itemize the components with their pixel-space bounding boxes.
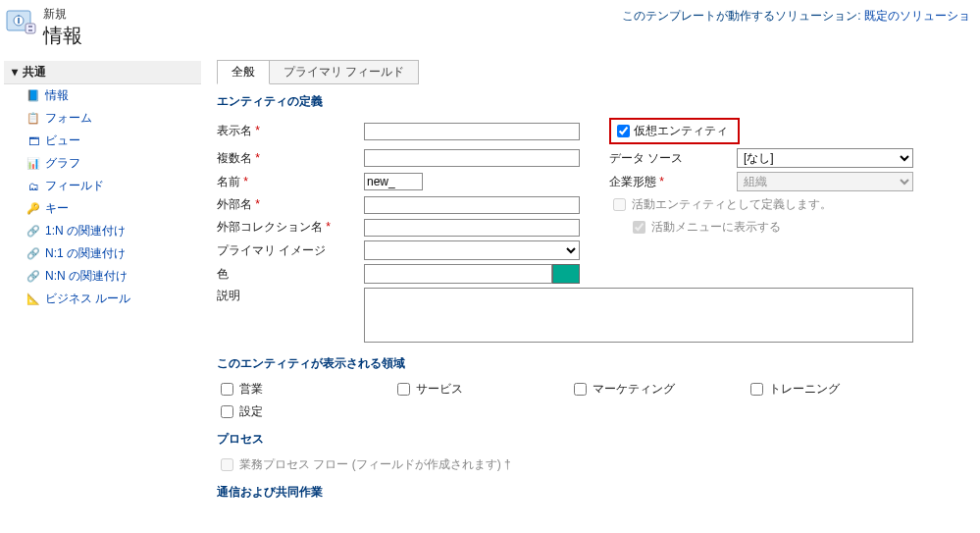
nav-keys[interactable]: 🔑キー xyxy=(4,197,201,220)
rule-icon: 📐 xyxy=(26,292,41,307)
input-display-name[interactable] xyxy=(364,123,580,140)
nav-views[interactable]: 🗔ビュー xyxy=(4,130,201,152)
input-name[interactable] xyxy=(364,173,423,190)
header-kicker: 新規 xyxy=(43,6,82,23)
label-external-collection: 外部コレクション名 xyxy=(217,219,364,236)
select-ownership: 組織 xyxy=(737,172,913,191)
checkbox-show-in-activity-menu xyxy=(633,221,645,234)
svg-rect-2 xyxy=(18,18,20,24)
relation-n1-icon: 🔗 xyxy=(26,246,41,262)
label-color: 色 xyxy=(217,266,364,283)
entity-info-icon xyxy=(6,6,37,37)
collapse-icon: ▾ xyxy=(10,65,20,79)
section-process: プロセス xyxy=(217,431,980,448)
area-training[interactable]: トレーニング xyxy=(747,380,923,399)
label-display-name: 表示名 xyxy=(217,123,364,139)
main-pane: 全般 プライマリ フィールド エンティティの定義 表示名 仮想エンティティ 複数… xyxy=(201,57,980,533)
page-header: 新規 情報 このテンプレートが動作するソリューション: 既定のソリューショ xyxy=(0,0,980,57)
solution-context: このテンプレートが動作するソリューション: 既定のソリューショ xyxy=(622,6,970,25)
nav-group-common[interactable]: ▾ 共通 xyxy=(4,61,201,84)
color-swatch[interactable] xyxy=(552,264,580,284)
info-icon: 📘 xyxy=(26,88,41,104)
label-ownership: 企業形態 xyxy=(609,174,737,190)
chart-icon: 📊 xyxy=(26,156,41,172)
label-data-source: データ ソース xyxy=(609,150,737,167)
input-plural-name[interactable] xyxy=(364,149,580,167)
checkbox-define-as-activity xyxy=(613,198,626,211)
nav-rel-1n[interactable]: 🔗1:N の関連付け xyxy=(4,220,201,242)
label-define-as-activity: 活動エンティティとして定義します。 xyxy=(632,196,832,213)
checkbox-area-service[interactable] xyxy=(397,383,410,396)
relation-1n-icon: 🔗 xyxy=(26,224,41,240)
label-primary-image: プライマリ イメージ xyxy=(217,242,364,259)
tab-general[interactable]: 全般 xyxy=(217,60,270,84)
label-external-name: 外部名 xyxy=(217,196,364,213)
area-settings[interactable]: 設定 xyxy=(217,402,393,421)
virtual-entity-highlight: 仮想エンティティ xyxy=(609,118,740,144)
process-bpf: 業務プロセス フロー (フィールドが作成されます) † xyxy=(217,455,980,474)
section-communication: 通信および共同作業 xyxy=(217,484,980,501)
svg-rect-5 xyxy=(28,26,32,27)
input-external-name[interactable] xyxy=(364,196,580,214)
svg-point-3 xyxy=(18,15,20,17)
svg-rect-6 xyxy=(28,29,32,31)
label-description: 説明 xyxy=(217,288,364,304)
checkbox-area-training[interactable] xyxy=(750,383,763,396)
label-bpf: 業務プロセス フロー (フィールドが作成されます) † xyxy=(239,456,511,473)
nav-business-rules[interactable]: 📐ビジネス ルール xyxy=(4,288,201,310)
tab-primary-field[interactable]: プライマリ フィールド xyxy=(270,60,419,84)
checkbox-area-sales[interactable] xyxy=(221,383,233,396)
area-service[interactable]: サービス xyxy=(393,380,570,399)
relation-nn-icon: 🔗 xyxy=(26,269,41,285)
area-sales[interactable]: 営業 xyxy=(217,380,393,399)
nav-rel-nn[interactable]: 🔗N:N の関連付け xyxy=(4,265,201,288)
form-icon: 📋 xyxy=(26,111,41,127)
key-icon: 🔑 xyxy=(26,201,41,217)
label-name: 名前 xyxy=(217,174,364,190)
svg-rect-4 xyxy=(26,24,35,33)
textarea-description[interactable] xyxy=(364,288,913,343)
select-data-source[interactable]: [なし] xyxy=(737,148,913,168)
label-virtual-entity: 仮想エンティティ xyxy=(634,123,728,139)
solution-link[interactable]: 既定のソリューショ xyxy=(864,9,970,23)
nav-rel-n1[interactable]: 🔗N:1 の関連付け xyxy=(4,242,201,265)
checkbox-bpf xyxy=(221,458,233,471)
left-nav: ▾ 共通 📘情報 📋フォーム 🗔ビュー 📊グラフ 🗂フィールド 🔑キー 🔗1:N… xyxy=(0,57,201,533)
view-icon: 🗔 xyxy=(26,133,41,149)
input-external-collection[interactable] xyxy=(364,219,580,237)
nav-info[interactable]: 📘情報 xyxy=(4,84,201,107)
area-marketing[interactable]: マーケティング xyxy=(570,380,747,399)
section-entity-definition: エンティティの定義 xyxy=(217,93,980,110)
label-plural-name: 複数名 xyxy=(217,150,364,167)
checkbox-virtual-entity[interactable] xyxy=(617,125,630,137)
page-title: 情報 xyxy=(43,23,82,49)
field-icon: 🗂 xyxy=(26,179,41,194)
tabs: 全般 プライマリ フィールド xyxy=(217,59,980,83)
section-areas: このエンティティが表示される領域 xyxy=(217,355,980,372)
nav-charts[interactable]: 📊グラフ xyxy=(4,152,201,175)
checkbox-area-settings[interactable] xyxy=(221,405,233,418)
nav-fields[interactable]: 🗂フィールド xyxy=(4,175,201,197)
select-primary-image[interactable] xyxy=(364,240,580,260)
input-color[interactable] xyxy=(364,264,552,284)
nav-forms[interactable]: 📋フォーム xyxy=(4,107,201,130)
checkbox-area-marketing[interactable] xyxy=(574,383,587,396)
label-show-in-activity-menu: 活動メニューに表示する xyxy=(651,219,781,236)
